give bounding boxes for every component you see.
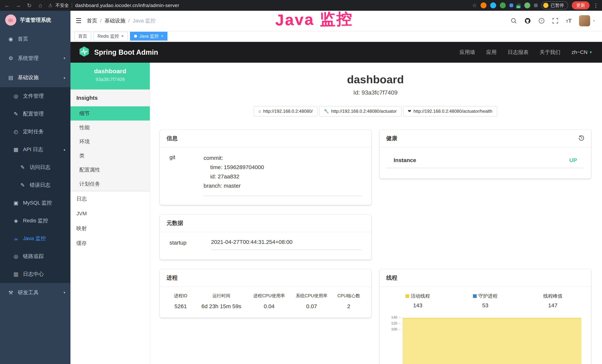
extension-icon[interactable]: [500, 2, 506, 8]
extension-icon[interactable]: [481, 2, 486, 8]
sba-item-details[interactable]: 细节: [70, 107, 150, 120]
breadcrumb-current: Java 监控: [133, 17, 156, 24]
sidebar-item-devtools[interactable]: ⚒ 研发工具 ▾: [0, 283, 70, 302]
sba-nav-applications[interactable]: 应用: [486, 49, 497, 56]
sidebar-item-file[interactable]: ◎ 文件管理: [0, 87, 70, 105]
item-label: 缓存: [76, 240, 87, 247]
sidebar-item-error-log[interactable]: ✎ 错误日志: [0, 176, 70, 194]
breadcrumb-item[interactable]: 基础设施: [105, 17, 125, 24]
sba-nav-wall[interactable]: 应用墙: [460, 49, 475, 56]
link-label: http://192.168.0.2:48080/actuator/health: [413, 109, 493, 114]
search-icon[interactable]: [511, 18, 517, 24]
y-tick: 120: [384, 321, 397, 325]
sidebar-item-home[interactable]: ◉ 首页: [0, 29, 70, 49]
bookmark-star-icon[interactable]: ☆: [472, 2, 477, 9]
sidebar-toggle-icon[interactable]: ☰: [76, 17, 82, 25]
live-threads-swatch: [406, 294, 409, 298]
sidebar-item-trace[interactable]: ◎ 链路追踪: [0, 247, 70, 265]
java-icon: ☕: [13, 236, 19, 242]
service-url-link[interactable]: ⌂ http://192.168.0.2:48080/: [254, 106, 317, 117]
log-icon: ▦: [13, 147, 19, 153]
sba-group-insights[interactable]: Insights: [70, 89, 150, 107]
sba-item-logs[interactable]: 日志: [70, 191, 150, 206]
address-bar[interactable]: ⚠ 不安全 dashboard.yudao.iocoder.cn/infra/a…: [48, 2, 468, 8]
sidebar-item-label: Redis 监控: [23, 217, 48, 224]
sba-item-scheduled-tasks[interactable]: 计划任务: [70, 177, 150, 191]
sba-item-classes[interactable]: 类: [70, 149, 150, 163]
sidebar-item-access-log[interactable]: ✎ 访问日志: [0, 158, 70, 176]
reload-icon[interactable]: ↻: [26, 2, 33, 9]
sba-item-caches[interactable]: 缓存: [70, 236, 150, 251]
sba-item-environment[interactable]: 环境: [70, 135, 150, 149]
sba-item-jvm[interactable]: JVM: [70, 206, 150, 221]
sba-item-metrics[interactable]: 性能: [70, 120, 150, 135]
chevron-down-icon: ▾: [64, 290, 65, 295]
health-instance-row[interactable]: Instance UP: [387, 154, 584, 168]
file-icon: ◎: [13, 93, 19, 99]
chrome-update-button[interactable]: 更新: [572, 1, 590, 10]
sidebar-item-job[interactable]: ◴ 定时任务: [0, 123, 70, 140]
trace-icon: ◎: [13, 253, 19, 259]
app-links: ⌂ http://192.168.0.2:48080/ 🔧 http://192…: [160, 106, 591, 117]
divider: [72, 3, 72, 8]
sidebar-item-api-log[interactable]: ▦ API 日志 ▴: [0, 140, 70, 158]
font-size-icon[interactable]: TT: [566, 18, 572, 24]
browser-menu-icon[interactable]: ⋮: [593, 2, 599, 9]
sidebar-item-log-center[interactable]: ▥ 日志中心: [0, 265, 70, 283]
help-icon[interactable]: ?: [538, 18, 545, 24]
tab-java-monitor[interactable]: Java 监控 ×: [130, 32, 167, 41]
back-icon[interactable]: ←: [4, 2, 10, 9]
sba-item-configprops[interactable]: 配置属性: [70, 163, 150, 177]
github-icon[interactable]: [524, 17, 531, 24]
threads-legend: 活动线程 143 守护进程 53 线程峰值 14: [384, 293, 587, 309]
sba-item-mappings[interactable]: 映射: [70, 221, 150, 236]
sidebar-item-system[interactable]: ⚙ 系统管理 ▾: [0, 49, 70, 68]
link-label: http://192.168.0.2:48080/actuator: [331, 109, 397, 114]
sidebar-item-infra[interactable]: ▤ 基础设施 ▴: [0, 68, 70, 87]
home-icon[interactable]: ⌂: [37, 2, 44, 9]
database-icon: ▣: [13, 200, 19, 206]
extension-icon[interactable]: [509, 3, 513, 7]
forward-icon[interactable]: →: [15, 2, 22, 9]
extensions-puzzle-icon[interactable]: [534, 3, 538, 7]
sba-nav-about[interactable]: 关于我们: [540, 49, 560, 56]
item-label: 计划任务: [79, 181, 100, 187]
sidebar-item-config[interactable]: ✎ 配置管理: [0, 105, 70, 123]
url-text[interactable]: dashboard.yudao.iocoder.cn/infra/admin-s…: [75, 3, 179, 8]
user-avatar[interactable]: [579, 15, 590, 26]
extension-icon[interactable]: on: [517, 3, 521, 7]
actuator-url-link[interactable]: 🔧 http://192.168.0.2:48080/actuator: [319, 106, 402, 117]
close-icon[interactable]: ×: [121, 34, 124, 39]
profile-paused-chip[interactable]: 已暂停: [541, 1, 568, 10]
info-key: git: [170, 153, 204, 196]
health-url-link[interactable]: ❤ http://192.168.0.2:48080/actuator/heal…: [403, 106, 497, 117]
history-icon[interactable]: [579, 135, 584, 142]
sidebar-item-java-monitor[interactable]: ☕ Java 监控: [0, 230, 70, 247]
breadcrumb-item[interactable]: 首页: [87, 17, 97, 24]
extension-icon[interactable]: [524, 2, 530, 8]
extension-icon[interactable]: [490, 2, 496, 8]
legend-value: 143: [384, 302, 452, 309]
browser-actions: ☆ on 已暂停 更新 ⋮: [472, 1, 599, 10]
sba-nav-journal[interactable]: 日志报表: [508, 49, 528, 56]
tab-home[interactable]: 首页: [74, 32, 91, 41]
metadata-card: 元数据 startup 2021-04-27T00:44:31.254+08:0…: [160, 214, 371, 260]
legend-label: 守护进程: [478, 293, 497, 299]
sba-app-block[interactable]: dashboard 93a3fc7f7409: [70, 63, 150, 89]
process-value: 0.04: [248, 303, 290, 310]
sba-app-id: 93a3fc7f7409: [70, 76, 150, 82]
tab-label: 首页: [78, 33, 87, 39]
language-select[interactable]: zh~CN ▾: [572, 49, 592, 55]
brand-avatar: [5, 14, 16, 26]
close-icon[interactable]: ×: [161, 34, 163, 39]
process-header: 运行时间: [195, 293, 248, 299]
gear-icon: ⚙: [7, 55, 14, 61]
tab-redis-monitor[interactable]: Redis 监控 ×: [93, 32, 128, 41]
sidebar-item-label: 首页: [18, 35, 28, 43]
sidebar-item-redis[interactable]: ◈ Redis 监控: [0, 212, 70, 230]
item-label: 细节: [79, 110, 90, 117]
sidebar-item-mysql[interactable]: ▣ MySQL 监控: [0, 194, 70, 212]
fullscreen-icon[interactable]: [552, 18, 559, 24]
metadata-key: startup: [170, 239, 211, 250]
sidebar-item-label: 定时任务: [23, 128, 44, 135]
